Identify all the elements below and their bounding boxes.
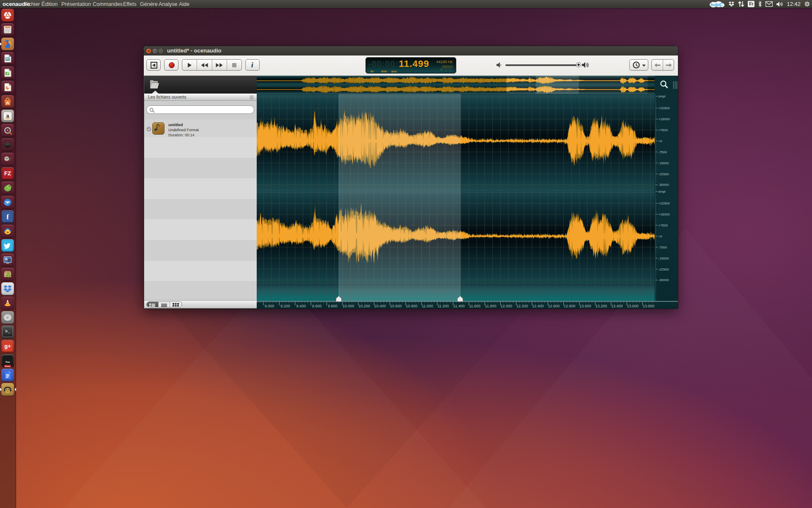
- svg-text:-15000: -15000: [658, 257, 669, 260]
- svg-text:12.800: 12.800: [564, 304, 576, 308]
- svg-text:A: A: [6, 100, 9, 105]
- svg-text:10.200: 10.200: [358, 304, 370, 308]
- svg-text:-30000: -30000: [658, 183, 669, 187]
- svg-text:11.600: 11.600: [469, 304, 480, 308]
- svg-text:+7500: +7500: [658, 128, 668, 132]
- svg-text:+22500: +22500: [658, 106, 670, 110]
- svg-text:10.600: 10.600: [390, 304, 402, 308]
- svg-text:10.400: 10.400: [374, 304, 386, 308]
- svg-text:9.400: 9.400: [296, 304, 306, 308]
- svg-text:9.000: 9.000: [265, 304, 274, 308]
- svg-text:9.800: 9.800: [328, 304, 337, 308]
- svg-text:13.000: 13.000: [579, 304, 591, 308]
- svg-text:10.800: 10.800: [406, 304, 417, 308]
- svg-text:12.400: 12.400: [532, 304, 544, 308]
- svg-text:smpl: smpl: [658, 94, 666, 98]
- svg-text:12.000: 12.000: [501, 304, 513, 308]
- svg-text:12.200: 12.200: [516, 304, 528, 308]
- svg-text:9.600: 9.600: [312, 304, 322, 308]
- svg-text:13.400: 13.400: [611, 304, 623, 308]
- svg-text:11.000: 11.000: [422, 304, 433, 308]
- svg-text:+22500: +22500: [658, 202, 670, 205]
- svg-text:hubiC: hubiC: [711, 3, 723, 7]
- svg-text:-7500: -7500: [658, 246, 667, 249]
- svg-text:12.600: 12.600: [548, 304, 560, 308]
- svg-text:13.200: 13.200: [595, 304, 607, 308]
- svg-text:11.400: 11.400: [453, 304, 465, 308]
- svg-text:10.000: 10.000: [343, 304, 354, 308]
- svg-text:a: a: [6, 113, 9, 119]
- svg-text:13.600: 13.600: [627, 304, 639, 308]
- svg-text:-7500: -7500: [658, 150, 667, 154]
- svg-text:+0: +0: [658, 235, 663, 238]
- svg-text:+15000: +15000: [658, 117, 670, 121]
- svg-text:+0: +0: [658, 139, 663, 143]
- svg-text:-15000: -15000: [658, 161, 669, 165]
- svg-text:11.800: 11.800: [485, 304, 497, 308]
- svg-text:9.200: 9.200: [280, 304, 290, 308]
- svg-text:-22500: -22500: [658, 268, 669, 271]
- svg-text:+15000: +15000: [658, 213, 670, 216]
- svg-text:11.200: 11.200: [437, 304, 449, 308]
- svg-text:smpl: smpl: [658, 190, 666, 193]
- svg-text:-22500: -22500: [658, 172, 669, 176]
- svg-text:+7500: +7500: [658, 224, 668, 227]
- svg-text:13.800: 13.800: [643, 304, 655, 308]
- svg-text:-30000: -30000: [658, 278, 669, 282]
